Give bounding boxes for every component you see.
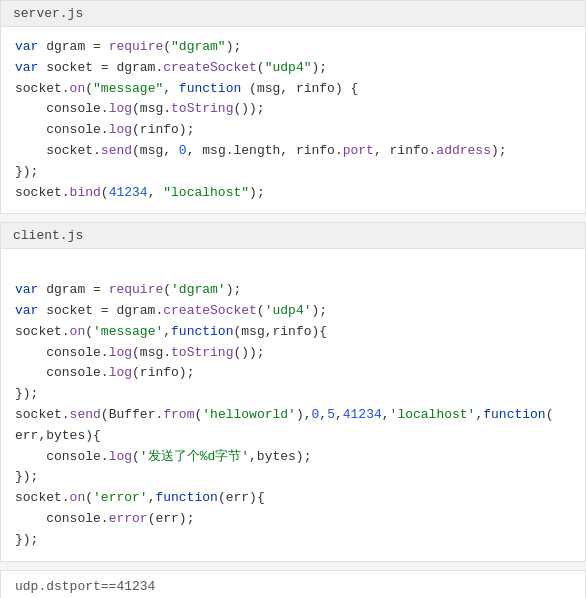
fn-toString2: toString	[171, 345, 233, 360]
str-error: 'error'	[93, 490, 148, 505]
fn-createSocket1: createSocket	[163, 60, 257, 75]
fn-log1: log	[109, 101, 132, 116]
client-code-block: client.js var dgram = require('dgram'); …	[0, 222, 586, 561]
filter-text: udp.dstport==41234	[15, 579, 155, 594]
fn-log4: log	[109, 365, 132, 380]
plain36: ,	[335, 407, 343, 422]
plain24: (	[257, 303, 265, 318]
fn-send1: send	[101, 143, 132, 158]
fn-toString1: toString	[171, 101, 233, 116]
fn-address1: address	[436, 143, 491, 158]
fn-log5: log	[109, 449, 132, 464]
kw-var3: var	[15, 282, 38, 297]
client-code-content: var dgram = require('dgram'); var socket…	[1, 249, 585, 560]
plain3: );	[226, 39, 242, 54]
str-chinese: '发送了个%d字节'	[140, 449, 249, 464]
fn-log2: log	[109, 122, 132, 137]
fn-on2: on	[70, 324, 86, 339]
kw-function4: function	[155, 490, 217, 505]
client-filename: client.js	[13, 228, 83, 243]
fn-createSocket2: createSocket	[163, 303, 257, 318]
fn-log3: log	[109, 345, 132, 360]
kw-function3: function	[483, 407, 545, 422]
bottom-filter-bar: udp.dstport==41234	[0, 570, 586, 598]
plain32: (Buffer.	[101, 407, 163, 422]
plain18: ,	[148, 185, 164, 200]
plain26: (	[85, 324, 93, 339]
fn-from1: from	[163, 407, 194, 422]
kw-function1: function	[179, 81, 241, 96]
server-file-header: server.js	[1, 1, 585, 27]
fn-require: require	[109, 39, 164, 54]
str-message2: 'message'	[93, 324, 163, 339]
server-code-block: server.js var dgram = require("dgram"); …	[0, 0, 586, 214]
plain34: ),	[296, 407, 312, 422]
plain13: (msg,	[132, 143, 179, 158]
plain19: );	[249, 185, 265, 200]
str-helloworld: 'helloworld'	[202, 407, 296, 422]
plain1: dgram =	[38, 39, 108, 54]
plain29: (msg.	[132, 345, 171, 360]
fn-port1: port	[343, 143, 374, 158]
plain4: socket = dgram.	[38, 60, 163, 75]
plain27: ,	[163, 324, 171, 339]
str-localhost2: 'localhost'	[390, 407, 476, 422]
str-dgram1: "dgram"	[171, 39, 226, 54]
plain40: (	[132, 449, 140, 464]
fn-on3: on	[70, 490, 86, 505]
num-41234-1: 41234	[109, 185, 148, 200]
plain10: (msg.	[132, 101, 171, 116]
plain20: dgram =	[38, 282, 108, 297]
str-udp2: 'udp4'	[265, 303, 312, 318]
client-file-header: client.js	[1, 223, 585, 249]
plain37: ,	[382, 407, 390, 422]
plain35: ,	[319, 407, 327, 422]
fn-error1: error	[109, 511, 148, 526]
plain15: , rinfo.	[374, 143, 436, 158]
plain7: (	[85, 81, 93, 96]
str-message1: "message"	[93, 81, 163, 96]
plain21: (	[163, 282, 171, 297]
num-41234-2: 41234	[343, 407, 382, 422]
fn-require2: require	[109, 282, 164, 297]
str-localhost1: "localhost"	[163, 185, 249, 200]
num-5: 5	[327, 407, 335, 422]
plain22: );	[226, 282, 242, 297]
num-0-1: 0	[179, 143, 187, 158]
server-filename: server.js	[13, 6, 83, 21]
plain23: socket = dgram.	[38, 303, 163, 318]
kw-function2: function	[171, 324, 233, 339]
fn-bind1: bind	[70, 185, 101, 200]
kw-var4: var	[15, 303, 38, 318]
plain8: ,	[163, 81, 179, 96]
fn-send2: send	[70, 407, 101, 422]
plain17: (	[101, 185, 109, 200]
str-dgram2: 'dgram'	[171, 282, 226, 297]
server-code-content: var dgram = require("dgram"); var socket…	[1, 27, 585, 213]
plain5: (	[257, 60, 265, 75]
kw-var1: var	[15, 39, 38, 54]
plain42: (	[85, 490, 93, 505]
kw-var2: var	[15, 60, 38, 75]
fn-on1: on	[70, 81, 86, 96]
plain2: (	[163, 39, 171, 54]
plain14: , msg.length, rinfo.	[187, 143, 343, 158]
str-udp1: "udp4"	[265, 60, 312, 75]
